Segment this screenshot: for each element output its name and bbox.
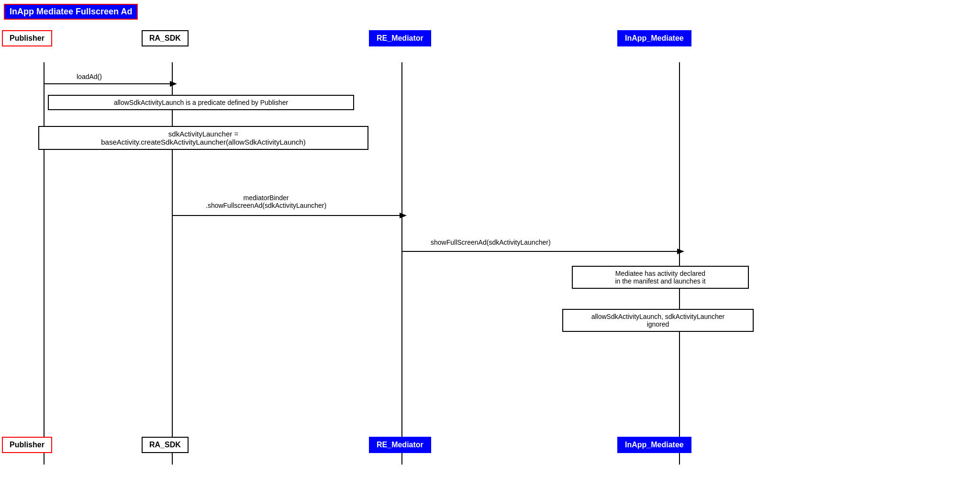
participant-publisher-top: Publisher bbox=[2, 30, 52, 46]
participant-re-mediator-bottom: RE_Mediator bbox=[369, 437, 431, 453]
participant-re-mediator-top: RE_Mediator bbox=[369, 30, 431, 46]
load-ad-label: loadAd() bbox=[77, 73, 102, 80]
participant-rasdk-bottom: RA_SDK bbox=[142, 437, 189, 453]
mediator-binder-label: mediatorBinder.showFullscreenAd(sdkActiv… bbox=[206, 194, 326, 209]
participant-rasdk-top: RA_SDK bbox=[142, 30, 189, 46]
svg-marker-5 bbox=[170, 81, 177, 87]
svg-marker-9 bbox=[677, 249, 684, 254]
participant-publisher-bottom: Publisher bbox=[2, 437, 52, 453]
participant-inapp-mediatee-top: InApp_Mediatee bbox=[617, 30, 691, 46]
diagram-container: InApp Mediatee Fullscreen Ad Publisher R… bbox=[0, 0, 980, 488]
mediatee-note: Mediatee has activity declaredin the man… bbox=[572, 266, 749, 289]
show-fullscreen-ad-label: showFullScreenAd(sdkActivityLauncher) bbox=[431, 238, 551, 246]
sdk-launcher-note: sdkActivityLauncher =baseActivity.create… bbox=[38, 126, 368, 150]
participant-inapp-mediatee-bottom: InApp_Mediatee bbox=[617, 437, 691, 453]
svg-marker-7 bbox=[400, 213, 407, 218]
ignored-note: allowSdkActivityLaunch, sdkActivityLaunc… bbox=[562, 309, 754, 332]
predicate-note: allowSdkActivityLaunch is a predicate de… bbox=[48, 95, 354, 110]
diagram-title: InApp Mediatee Fullscreen Ad bbox=[4, 4, 138, 20]
